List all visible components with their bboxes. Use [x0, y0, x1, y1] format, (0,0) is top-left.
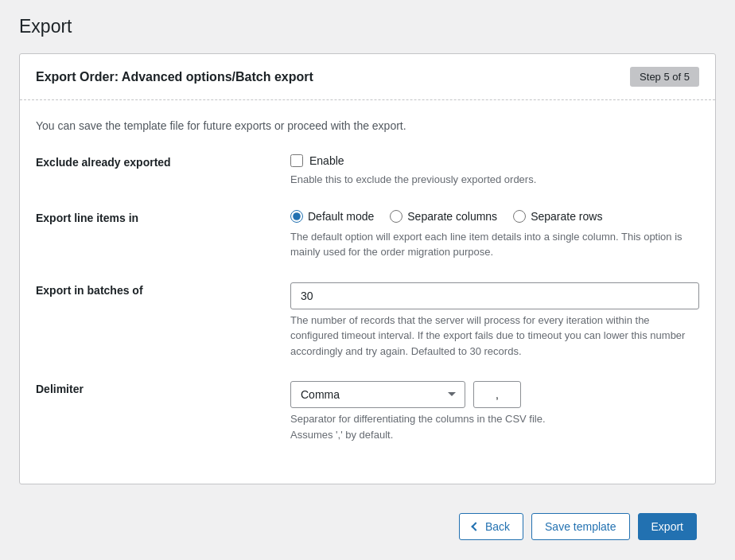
intro-text: You can save the template file for futur… — [36, 119, 699, 132]
radio-option-default: Default mode — [290, 210, 374, 223]
radio-separate-columns[interactable] — [390, 210, 402, 223]
delimiter-char-input[interactable] — [473, 381, 521, 408]
export-line-items-label: Export line items in — [36, 210, 290, 224]
export-card: Export Order: Advanced options/Batch exp… — [19, 53, 716, 484]
enable-exclude-checkbox-label[interactable]: Enable — [309, 154, 344, 167]
exclude-exported-row: Exclude already exported Enable Enable t… — [36, 154, 699, 188]
delimiter-help: Separator for differentiating the column… — [290, 411, 699, 442]
export-button[interactable]: Export — [638, 513, 697, 540]
radio-option-columns: Separate columns — [390, 210, 497, 223]
save-template-button[interactable]: Save template — [531, 513, 630, 540]
page-title: Export — [19, 16, 716, 37]
export-line-items-row: Export line items in Default mode Separa… — [36, 210, 699, 260]
delimiter-select[interactable]: Comma Semicolon Tab Pipe — [290, 381, 465, 408]
card-header: Export Order: Advanced options/Batch exp… — [20, 54, 715, 100]
exclude-exported-control: Enable Enable this to exclude the previo… — [290, 154, 699, 188]
enable-checkbox-wrapper: Enable — [290, 154, 699, 167]
radio-separate-columns-label[interactable]: Separate columns — [407, 210, 497, 223]
radio-default-mode[interactable] — [290, 210, 303, 223]
step-badge: Step 5 of 5 — [630, 67, 699, 87]
delimiter-inputs: Comma Semicolon Tab Pipe — [290, 381, 699, 408]
card-title: Export Order: Advanced options/Batch exp… — [36, 70, 313, 84]
export-line-items-help: The default option will export each line… — [290, 229, 699, 260]
delimiter-label: Delimiter — [36, 381, 290, 395]
export-label: Export — [651, 520, 683, 533]
enable-exclude-checkbox[interactable] — [290, 154, 303, 167]
export-batches-help: The number of records that the server wi… — [290, 313, 699, 360]
export-batches-input[interactable] — [290, 282, 699, 309]
export-line-items-radio-group: Default mode Separate columns Separate r… — [290, 210, 699, 223]
export-batches-control: The number of records that the server wi… — [290, 282, 699, 360]
chevron-left-icon — [471, 522, 480, 531]
back-button[interactable]: Back — [459, 513, 523, 540]
back-label: Back — [485, 520, 510, 533]
exclude-exported-label: Exclude already exported — [36, 154, 290, 169]
export-line-items-control: Default mode Separate columns Separate r… — [290, 210, 699, 260]
delimiter-row: Delimiter Comma Semicolon Tab Pipe Separ… — [36, 381, 699, 442]
radio-default-mode-label[interactable]: Default mode — [308, 210, 374, 223]
radio-option-rows: Separate rows — [513, 210, 602, 223]
export-batches-row: Export in batches of The number of recor… — [36, 282, 699, 360]
save-template-label: Save template — [545, 520, 616, 533]
footer: Back Save template Export — [19, 497, 716, 556]
export-batches-label: Export in batches of — [36, 282, 290, 297]
delimiter-control: Comma Semicolon Tab Pipe Separator for d… — [290, 381, 699, 442]
exclude-exported-help: Enable this to exclude the previously ex… — [290, 172, 699, 188]
radio-separate-rows-label[interactable]: Separate rows — [531, 210, 602, 223]
card-body: You can save the template file for futur… — [20, 100, 715, 484]
radio-separate-rows[interactable] — [513, 210, 526, 223]
